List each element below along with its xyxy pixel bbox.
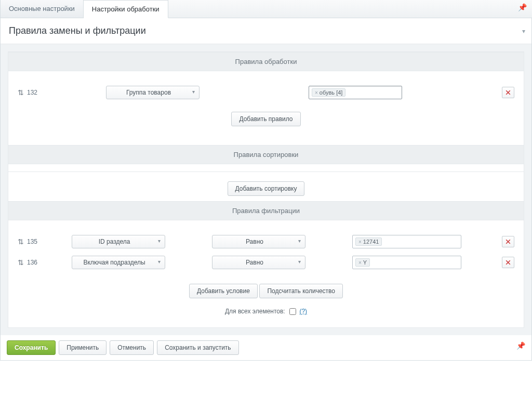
hint-link[interactable]: (?): [299, 308, 307, 315]
processing-rule-row: ⇅ 132 Группа товаров ×обувь [4]: [15, 86, 517, 99]
tab-processing-settings[interactable]: Настройки обработки: [84, 0, 168, 18]
delete-rule-button[interactable]: [502, 87, 514, 98]
row-number: 136: [27, 259, 41, 266]
tag-remove-icon[interactable]: ×: [358, 239, 362, 245]
filter-field-select[interactable]: ID раздела: [72, 235, 165, 248]
row-number: 132: [27, 89, 44, 96]
drag-handle-icon[interactable]: ⇅: [15, 88, 22, 97]
tag: ×Y: [355, 258, 370, 267]
apply-button[interactable]: Применить: [59, 340, 107, 355]
cancel-button[interactable]: Отменить: [110, 340, 154, 355]
all-elements-checkbox[interactable]: [289, 308, 296, 315]
group-select[interactable]: Группа товаров: [106, 86, 200, 99]
filter-rule-row: ⇅ 136 Включая подразделы Равно ×Y: [15, 256, 517, 269]
chevron-down-icon[interactable]: ▾: [522, 28, 525, 35]
tag: ×12741: [355, 237, 382, 246]
filter-value-input[interactable]: ×12741: [352, 235, 461, 248]
pin-icon[interactable]: 📌: [516, 341, 525, 350]
sort-add-wrap: Добавить сортировку: [8, 172, 524, 201]
group-value-input[interactable]: ×обувь [4]: [309, 86, 402, 99]
filter-value-input[interactable]: ×Y: [352, 256, 461, 269]
add-sort-button[interactable]: Добавить сортировку: [228, 181, 305, 196]
filter-op-select[interactable]: Равно: [212, 235, 305, 248]
sort-rules-body: [8, 164, 524, 171]
filter-op-select[interactable]: Равно: [212, 256, 305, 269]
pin-icon[interactable]: 📌: [518, 3, 527, 11]
save-button[interactable]: Сохранить: [7, 340, 56, 355]
add-condition-button[interactable]: Добавить условие: [189, 284, 258, 298]
inner: Правила обработки ⇅ 132 Группа товаров ×…: [8, 51, 524, 328]
drag-handle-icon[interactable]: ⇅: [15, 237, 22, 246]
all-elements-row: Для всех элементов: (?): [15, 308, 517, 318]
tag-remove-icon[interactable]: ×: [358, 260, 362, 266]
section-sort-rules: Правила сортировки: [8, 145, 524, 164]
filter-field-select[interactable]: Включая подразделы: [72, 256, 165, 269]
all-elements-label: Для всех элементов:: [225, 308, 285, 315]
tag: ×обувь [4]: [312, 88, 345, 97]
save-run-button[interactable]: Сохранить и запустить: [157, 340, 239, 355]
tab-main-settings[interactable]: Основные настройки: [0, 0, 84, 18]
tabs-bar: Основные настройки Настройки обработки 📌: [0, 0, 532, 18]
filter-rule-row: ⇅ 135 ID раздела Равно ×12741: [15, 235, 517, 248]
delete-filter-button[interactable]: [502, 257, 514, 268]
drag-handle-icon[interactable]: ⇅: [15, 258, 22, 267]
section-processing-rules: Правила обработки: [8, 52, 524, 71]
footer-bar: Сохранить Применить Отменить Сохранить и…: [1, 335, 531, 360]
delete-filter-button[interactable]: [502, 236, 514, 247]
tag-label: обувь [4]: [320, 89, 343, 96]
panel: Правила замены и фильтрации ▾ Правила об…: [0, 18, 532, 361]
tag-remove-icon[interactable]: ×: [315, 90, 318, 96]
section-filter-rules: Правила фильтрации: [8, 201, 524, 220]
tag-label: Y: [363, 259, 367, 266]
panel-header: Правила замены и фильтрации ▾: [1, 18, 531, 44]
count-button[interactable]: Подсчитать количество: [259, 284, 343, 298]
panel-title: Правила замены и фильтрации: [9, 25, 146, 36]
content-wrap: Правила обработки ⇅ 132 Группа товаров ×…: [1, 44, 531, 335]
tag-label: 12741: [363, 239, 379, 245]
row-number: 135: [27, 238, 41, 245]
filter-rules-body: ⇅ 135 ID раздела Равно ×12741 ⇅: [8, 220, 524, 327]
processing-rules-body: ⇅ 132 Группа товаров ×обувь [4] Добавить…: [8, 71, 524, 145]
add-rule-button[interactable]: Добавить правило: [231, 112, 300, 126]
